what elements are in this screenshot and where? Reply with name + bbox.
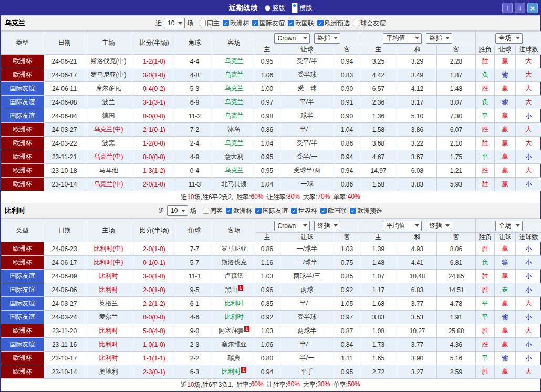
euro-away-odds: 1.87 bbox=[437, 68, 476, 82]
match-row: 欧洲杯23-11-20比利时5-0(4-0)9-0阿塞拜疆11.03两球半0.8… bbox=[1, 324, 541, 338]
euro-away-odds: 1.75 bbox=[437, 150, 476, 164]
filter-欧洲杯[interactable]: 欧洲杯 bbox=[223, 19, 249, 28]
result-outcome: 平 bbox=[476, 352, 495, 365]
asian-home-odds: 1.04 bbox=[255, 137, 279, 150]
team-name: 比利时 bbox=[222, 368, 241, 375]
closing-odds-select[interactable]: 终指 bbox=[314, 33, 340, 44]
competition-badge: 国际友谊 bbox=[1, 297, 44, 311]
filter-国际友谊[interactable]: 国际友谊 bbox=[255, 207, 288, 215]
view-mode-horizontal[interactable]: 横版 bbox=[292, 3, 313, 13]
asian-handicap: 一/球半 bbox=[279, 242, 335, 256]
team-name: 比利时 bbox=[99, 354, 118, 362]
sub-col-asian-away: 客 bbox=[335, 233, 359, 242]
filter-label: 欧洲杯 bbox=[230, 19, 249, 28]
match-date: 24-03-22 bbox=[44, 137, 85, 150]
closing-odds-select[interactable]: 终指 bbox=[314, 221, 340, 231]
checkbox-icon bbox=[291, 208, 297, 214]
result-group-header: 全场 bbox=[476, 219, 541, 233]
team-name: 乌克兰 bbox=[225, 112, 244, 119]
competition-badge: 欧洲杯 bbox=[1, 256, 44, 270]
away-team: 塞尔维亚 bbox=[213, 338, 255, 352]
euro-away-odds: 2.10 bbox=[437, 137, 476, 150]
filter-球会友谊[interactable]: 球会友谊 bbox=[353, 19, 386, 28]
window-title: 近期战绩 bbox=[229, 3, 258, 13]
filter-欧洲预选[interactable]: 欧洲预选 bbox=[350, 207, 382, 215]
match-score: 1-1(1-1) bbox=[132, 352, 176, 365]
move-up-button[interactable]: ↑ bbox=[502, 3, 513, 13]
scope-select-value: 全场 bbox=[499, 34, 512, 43]
corners: 2-3 bbox=[176, 338, 213, 352]
bookmaker-select[interactable]: Crown bbox=[274, 33, 310, 44]
filter-世界杯[interactable]: 世界杯 bbox=[291, 207, 317, 215]
sub-col-asian-home: 主 bbox=[255, 45, 279, 55]
asian-handicap: 半/一 bbox=[279, 297, 335, 311]
asian-home-odds: 0.86 bbox=[255, 242, 279, 256]
euro-away-odds: 7.30 bbox=[437, 109, 476, 123]
team-name: 乌克兰 bbox=[225, 85, 244, 92]
col-header-away: 客场 bbox=[213, 219, 255, 242]
corners: 11-1 bbox=[176, 270, 213, 283]
match-score: 0-4(0-2) bbox=[132, 82, 176, 96]
view-mode-vertical[interactable]: 竖版 bbox=[265, 4, 285, 13]
average-odds-select[interactable]: 平均值 bbox=[383, 33, 422, 44]
summary-lead: 近10场,胜6平2负2, bbox=[181, 193, 233, 202]
match-score: 3-0(1-0) bbox=[132, 270, 176, 283]
filter-欧洲杯[interactable]: 欧洲杯 bbox=[226, 207, 252, 215]
result-handicap: 赢 bbox=[495, 109, 516, 123]
filter-欧国联[interactable]: 欧国联 bbox=[288, 19, 314, 28]
match-score: 1-2(1-0) bbox=[132, 55, 176, 68]
filter-同主[interactable]: 同主 bbox=[200, 19, 220, 28]
result-goals: 小 bbox=[516, 338, 541, 352]
result-goals: 小 bbox=[516, 150, 541, 164]
near-count-select[interactable]: 10 bbox=[167, 205, 188, 216]
move-down-button[interactable]: ↓ bbox=[515, 3, 525, 13]
near-count-select[interactable]: 10 bbox=[164, 18, 185, 28]
result-outcome: 胜 bbox=[476, 55, 495, 68]
home-team: 马耳他 bbox=[85, 164, 132, 178]
asian-home-odds: 0.80 bbox=[255, 352, 279, 365]
result-outcome: 胜 bbox=[476, 164, 495, 178]
filter-同客[interactable]: 同客 bbox=[203, 207, 223, 215]
euro-draw-odds: 3.83 bbox=[398, 178, 437, 191]
corners: 9-5 bbox=[176, 283, 213, 297]
asian-home-odds: 0.96 bbox=[255, 283, 279, 297]
radio-label: 竖版 bbox=[273, 4, 285, 13]
corners: 4-4 bbox=[176, 55, 213, 68]
euro-away-odds: 5.93 bbox=[437, 178, 476, 191]
chevron-down-icon bbox=[445, 224, 450, 227]
result-handicap: 赢 bbox=[495, 55, 516, 68]
filter-欧洲预选[interactable]: 欧洲预选 bbox=[317, 19, 350, 28]
team-name: 比利时 bbox=[99, 341, 118, 348]
bookmaker-select-value: Crown bbox=[278, 222, 296, 230]
asian-away-odds: 0.84 bbox=[335, 338, 359, 352]
asian-away-odds: 0.95 bbox=[335, 365, 359, 379]
match-score: 0-0(0-0) bbox=[132, 109, 176, 123]
asian-home-odds: 1.03 bbox=[255, 324, 279, 338]
red-card-badge: 1 bbox=[241, 367, 246, 373]
match-score: 1-2(0-0) bbox=[132, 137, 176, 150]
competition-badge: 欧洲杯 bbox=[1, 242, 44, 256]
scope-select[interactable]: 全场 bbox=[495, 33, 523, 44]
match-row: 欧洲杯23-10-14乌克兰(中)2-0(1-0)11-3北马其顿1.04一球0… bbox=[1, 178, 541, 191]
bookmaker-select[interactable]: Crown bbox=[274, 221, 310, 231]
team-name: 马耳他 bbox=[99, 167, 118, 174]
sub-col-asian-handicap: 让球 bbox=[279, 45, 335, 55]
summary-odd-rate: 单率:50% bbox=[333, 380, 360, 389]
record-summary: 近10场,胜6平2负2, 胜率:60% 让胜率:80% 大率:70% 单率:40… bbox=[1, 191, 540, 203]
close-button[interactable]: × bbox=[527, 3, 538, 13]
team-name: 比利时(中) bbox=[94, 245, 123, 252]
closing-odds-select[interactable]: 终指 bbox=[426, 221, 452, 231]
summary-handicap-rate: 让胜率:80% bbox=[267, 193, 300, 202]
home-team: 波黑 bbox=[85, 137, 132, 150]
filter-国际友谊[interactable]: 国际友谊 bbox=[252, 19, 285, 28]
matches-table: 类型 日期 主场 比分(半场) 角球 客场 Crown 终指 bbox=[1, 31, 541, 191]
corners: 7-2 bbox=[176, 123, 213, 137]
euro-away-odds: 2.59 bbox=[437, 365, 476, 379]
recent-results-window: 近期战绩 竖版 横版 ↑ ↓ × 乌克兰 近 10 bbox=[0, 0, 541, 392]
scope-select[interactable]: 全场 bbox=[495, 221, 523, 231]
filter-欧国联[interactable]: 欧国联 bbox=[320, 207, 347, 215]
chevron-down-icon bbox=[181, 210, 185, 212]
average-odds-select[interactable]: 平均值 bbox=[383, 221, 422, 231]
team-name: 比利时 bbox=[99, 286, 118, 293]
closing-odds-select[interactable]: 终指 bbox=[426, 33, 452, 44]
